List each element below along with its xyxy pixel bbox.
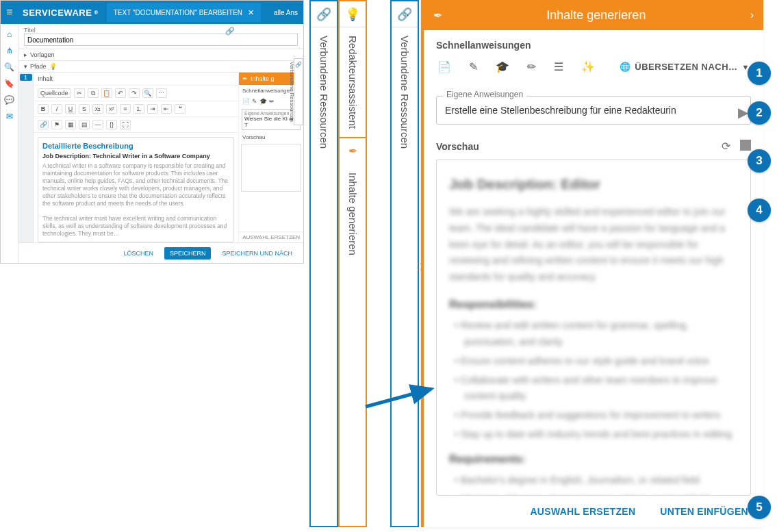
tb-sub[interactable]: x₂ bbox=[92, 104, 103, 114]
list-item: Ensure content adheres to our style guid… bbox=[464, 353, 738, 370]
editor-toolbar-2: BIUSx₂x²≡1.⇥⇤❝ bbox=[34, 101, 238, 117]
close-icon[interactable]: ✕ bbox=[248, 8, 254, 17]
preview-paragraph: We are seeking a highly skilled and expe… bbox=[449, 204, 738, 286]
save-next-button[interactable]: SPEICHERN UND NÄCH bbox=[216, 247, 298, 259]
editor-tab[interactable]: TEXT "DOCUMENTATION" BEARBEITEN ✕ bbox=[107, 3, 261, 22]
delete-button[interactable]: LÖSCHEN bbox=[118, 247, 159, 259]
editor-gutter: 1 bbox=[18, 73, 34, 242]
callout-badge-4: 4 bbox=[748, 199, 771, 222]
preview-subhead-2: Requirements: bbox=[449, 450, 738, 468]
preview-subhead-1: Responsibilities: bbox=[449, 295, 738, 314]
source-toggle[interactable]: Quellcode bbox=[38, 88, 71, 98]
mini-icon-pencil[interactable]: ✏ bbox=[269, 98, 275, 105]
connected-resources-tab-2[interactable]: 🔗 Verbundene Ressourcen bbox=[390, 0, 419, 527]
app-topbar: ≡ SERVICEWARE® TEXT "DOCUMENTATION" BEAR… bbox=[1, 1, 303, 24]
tb-more1[interactable]: ⋯ bbox=[156, 88, 167, 98]
replace-selection-button[interactable]: AUSWAHL ERSETZEN bbox=[530, 506, 635, 517]
tb-redo[interactable]: ↷ bbox=[129, 88, 140, 98]
mini-footer[interactable]: AUSWAHL ERSETZEN bbox=[239, 231, 303, 242]
tb-indent[interactable]: ⇥ bbox=[147, 104, 158, 114]
preview-list-2: Bachelor's degree in English, Journalism… bbox=[449, 472, 738, 496]
collapse-icon[interactable]: › bbox=[750, 9, 754, 21]
edit-icon[interactable]: ✎ bbox=[469, 60, 478, 73]
tb-paste[interactable]: 📋 bbox=[101, 88, 112, 98]
tab-title: TEXT "DOCUMENTATION" BEARBEITEN bbox=[114, 9, 242, 16]
mini-preview-box bbox=[241, 144, 301, 192]
mini-icon-edit[interactable]: ✎ bbox=[252, 98, 257, 105]
list-item: Bachelor's degree in English, Journalism… bbox=[464, 472, 738, 489]
list-item: Review and edit written content for gram… bbox=[464, 318, 738, 351]
graduate-icon[interactable]: 🎓 bbox=[496, 60, 509, 73]
tb-undo[interactable]: ↶ bbox=[115, 88, 126, 98]
content-card: Detaillierte Beschreibung Job Descriptio… bbox=[38, 137, 234, 242]
preview-content: Job Description: Editor We are seeking a… bbox=[436, 160, 751, 496]
tb-table[interactable]: ▤ bbox=[79, 120, 90, 129]
tb-list[interactable]: ≡ bbox=[120, 104, 131, 114]
refresh-icon[interactable]: ⟳ bbox=[722, 140, 730, 153]
bookmark-icon[interactable]: 🔖 bbox=[4, 79, 14, 88]
globe-icon: 🌐 bbox=[620, 62, 631, 72]
translate-dropdown[interactable]: 🌐 ÜBERSETZEN NACH… ▼ bbox=[620, 62, 750, 72]
card-body: A technical writer in a software company… bbox=[42, 162, 229, 238]
tb-underline[interactable]: U bbox=[65, 104, 76, 114]
search-icon[interactable]: 🔍 bbox=[4, 62, 14, 72]
title-label: Titel bbox=[24, 27, 298, 34]
mini-connected-tab[interactable]: 🔗 Verbundene Ressourcen bbox=[294, 58, 303, 125]
tb-cut[interactable]: ✂ bbox=[74, 88, 85, 98]
save-button[interactable]: SPEICHERN bbox=[164, 247, 212, 259]
paths-section[interactable]: ▾ Pfade 💡 bbox=[18, 61, 303, 72]
tb-code[interactable]: {} bbox=[106, 120, 117, 129]
link-icon[interactable]: 🔗 bbox=[225, 27, 235, 36]
panel-header: ✒ Inhalte generieren › bbox=[424, 0, 763, 30]
mini-preview-label: Vorschau bbox=[239, 133, 303, 142]
tb-find[interactable]: 🔍 bbox=[142, 88, 153, 98]
generate-content-panel: ✒ Inhalte generieren › Schnellanweisunge… bbox=[421, 0, 763, 527]
tb-bold[interactable]: B bbox=[38, 104, 49, 114]
assistant-generate-tab[interactable]: 💡 Redakteursassistent ✒ Inhalte generier… bbox=[338, 0, 367, 527]
tb-italic[interactable]: I bbox=[51, 104, 62, 114]
tb-quote[interactable]: ❝ bbox=[175, 104, 186, 114]
card-heading: Detaillierte Beschreibung bbox=[42, 142, 229, 150]
editor-toolbar-3: 🔗⚑▦▤—{}⛶ bbox=[34, 117, 238, 133]
stop-icon[interactable] bbox=[740, 140, 751, 151]
insert-below-button[interactable]: UNTEN EINFÜGEN bbox=[660, 506, 748, 517]
tb-flag[interactable]: ⚑ bbox=[51, 120, 62, 129]
tb-link[interactable]: 🔗 bbox=[38, 120, 49, 129]
connected-resources-tab-1[interactable]: 🔗 Verbundene Ressourcen bbox=[309, 0, 338, 527]
graph-icon[interactable]: ⋔ bbox=[6, 46, 13, 55]
panel-footer: AUSWAHL ERSETZEN UNTEN EINFÜGEN bbox=[424, 496, 763, 527]
editor-footer: LÖSCHEN SPEICHERN SPEICHERN UND NÄCH bbox=[18, 242, 303, 263]
pencil-icon[interactable]: ✏ bbox=[527, 60, 536, 73]
title-input[interactable] bbox=[24, 34, 298, 46]
tb-image[interactable]: ▦ bbox=[65, 120, 76, 129]
mini-icon-doc[interactable]: 📄 bbox=[242, 98, 250, 105]
global-search[interactable]: alle Ans bbox=[274, 9, 303, 16]
content-editor: Inhalt Quellcode ✂⧉📋↶↷🔍⋯ BIUSx₂x²≡1.⇥⇤❝ … bbox=[34, 73, 238, 242]
quick-instructions-bar: 📄 ✎ 🎓 ✏ ☰ ✨ 🌐 ÜBERSETZEN NACH… ▼ bbox=[436, 58, 751, 84]
list-item: Provide feedback and suggestions for imp… bbox=[464, 407, 738, 424]
callout-badge-1: 1 bbox=[748, 62, 771, 85]
mini-icon-grad[interactable]: 🎓 bbox=[259, 98, 267, 105]
chat-icon[interactable]: 💬 bbox=[4, 95, 14, 105]
own-instructions-label: Eigene Anweisungen bbox=[443, 90, 526, 99]
bulb-icon: 💡 bbox=[340, 1, 366, 27]
tb-strike[interactable]: S bbox=[79, 104, 90, 114]
doc-icon[interactable]: 📄 bbox=[437, 60, 451, 73]
tb-expand[interactable]: ⛶ bbox=[120, 120, 131, 129]
templates-section[interactable]: ▸ Vorlagen bbox=[18, 49, 303, 60]
home-icon[interactable]: ⌂ bbox=[7, 29, 12, 39]
tb-copy[interactable]: ⧉ bbox=[88, 88, 99, 98]
magic-icon[interactable]: ✨ bbox=[581, 60, 595, 73]
tb-numlist[interactable]: 1. bbox=[133, 104, 144, 114]
callout-badge-3: 3 bbox=[748, 149, 771, 173]
menu-icon[interactable]: ≡ bbox=[1, 6, 18, 18]
list-icon[interactable]: ☰ bbox=[554, 60, 563, 73]
own-instructions-input[interactable]: Erstelle eine Stellenbeschreibung für ei… bbox=[436, 96, 751, 125]
tb-hr[interactable]: — bbox=[92, 120, 103, 129]
content-label: Inhalt bbox=[38, 75, 53, 82]
tb-outdent[interactable]: ⇤ bbox=[161, 104, 172, 114]
pen-icon: ✒ bbox=[340, 138, 366, 164]
tb-sup[interactable]: x² bbox=[106, 104, 117, 114]
editor-window: ≡ SERVICEWARE® TEXT "DOCUMENTATION" BEAR… bbox=[0, 0, 304, 264]
mail-icon[interactable]: ✉ bbox=[6, 112, 13, 121]
